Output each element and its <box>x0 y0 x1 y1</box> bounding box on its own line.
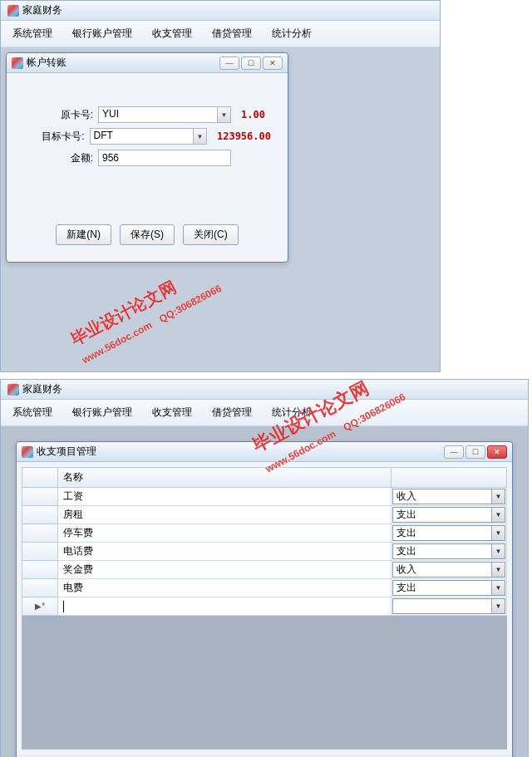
row-header <box>22 543 58 561</box>
cell-name[interactable]: 工资 <box>58 488 392 506</box>
app2-title: 家庭财务 <box>22 382 62 396</box>
menu-loan[interactable]: 借贷管理 <box>202 403 262 422</box>
label-source-card: 原卡号: <box>23 108 98 122</box>
menu-loan[interactable]: 借贷管理 <box>202 24 262 43</box>
maximize-button[interactable]: ☐ <box>466 445 485 459</box>
minimize-button[interactable]: — <box>219 57 239 70</box>
window-controls: — ☐ ✕ <box>444 445 507 459</box>
chevron-down-icon: ▼ <box>193 129 206 144</box>
chevron-down-icon: ▼ <box>491 563 505 577</box>
row-header <box>22 524 58 543</box>
menu-income[interactable]: 收支管理 <box>142 24 202 43</box>
transfer-buttons: 新建(N) 保存(S) 关闭(C) <box>23 224 271 245</box>
row-header <box>22 488 58 506</box>
close-button[interactable]: ✕ <box>487 445 507 459</box>
chevron-down-icon: ▼ <box>491 581 505 595</box>
app-icon <box>7 384 19 396</box>
cell-name-new[interactable] <box>58 597 392 616</box>
transfer-titlebar: 帐户转账 — ☐ ✕ <box>7 53 288 73</box>
app1-menubar: 系统管理 银行账户管理 收支管理 借贷管理 统计分析 <box>1 21 440 47</box>
table-row[interactable]: 停车费支出▼ <box>22 524 507 543</box>
chevron-down-icon: ▼ <box>491 526 505 540</box>
save-button[interactable]: 保存(S) <box>120 224 175 245</box>
app1-title: 家庭财务 <box>22 3 62 17</box>
window-icon <box>22 446 33 458</box>
menu-bank[interactable]: 银行账户管理 <box>62 24 142 43</box>
app1-titlebar: 家庭财务 <box>1 1 440 21</box>
app2-menubar: 系统管理 银行账户管理 收支管理 借贷管理 统计分析 <box>1 400 528 426</box>
grid-corner <box>22 468 58 488</box>
combo-source-card[interactable]: YUI ▼ <box>98 106 231 123</box>
chevron-down-icon: ▼ <box>491 599 505 613</box>
amount-field[interactable] <box>98 150 231 166</box>
minimize-button[interactable]: — <box>444 445 464 459</box>
cell-name[interactable]: 奖金费 <box>58 561 392 579</box>
app-window-2: 家庭财务 系统管理 银行账户管理 收支管理 借贷管理 统计分析 收支项目管理 —… <box>0 379 529 757</box>
app-icon <box>7 5 19 17</box>
col-type[interactable] <box>392 468 507 488</box>
items-window: 收支项目管理 — ☐ ✕ 名称 <box>16 441 513 757</box>
chevron-down-icon: ▼ <box>491 489 505 504</box>
chevron-down-icon: ▼ <box>491 544 505 558</box>
target-balance: 123956.00 <box>217 130 271 142</box>
cell-name[interactable]: 停车费 <box>58 524 392 543</box>
window-controls: — ☐ ✕ <box>219 57 283 70</box>
items-body: 名称 工资收入▼房租支出▼停车费支出▼电话费支出▼奖金费收入▼电费支出▼▶*▼ <box>17 462 512 755</box>
app2-titlebar: 家庭财务 <box>1 380 528 400</box>
table-row[interactable]: 电话费支出▼ <box>22 543 507 561</box>
cell-type[interactable]: 支出▼ <box>392 579 507 597</box>
transfer-form: 原卡号: YUI ▼ 1.00 目标卡号: DFT ▼ 123956.00 <box>7 73 288 262</box>
close-button[interactable]: 关闭(C) <box>183 224 239 245</box>
menu-system[interactable]: 系统管理 <box>2 403 62 422</box>
cell-type[interactable]: 支出▼ <box>392 506 507 524</box>
cell-name[interactable]: 电话费 <box>58 543 392 561</box>
transfer-title: 帐户转账 <box>27 56 66 70</box>
combo-target-card[interactable]: DFT ▼ <box>90 128 207 145</box>
items-titlebar: 收支项目管理 — ☐ ✕ <box>17 442 512 462</box>
maximize-button[interactable]: ☐ <box>241 57 261 70</box>
row-source-card: 原卡号: YUI ▼ 1.00 <box>23 106 271 123</box>
cell-type[interactable]: 支出▼ <box>392 543 507 561</box>
menu-income[interactable]: 收支管理 <box>142 403 202 422</box>
label-target-card: 目标卡号: <box>23 130 90 144</box>
chevron-down-icon: ▼ <box>491 508 505 522</box>
app2-mdi-area: 收支项目管理 — ☐ ✕ 名称 <box>1 426 528 757</box>
app-window-1: 家庭财务 系统管理 银行账户管理 收支管理 借贷管理 统计分析 帐户转账 — ☐… <box>0 0 441 372</box>
transfer-window: 帐户转账 — ☐ ✕ 原卡号: YUI ▼ 1.00 <box>6 52 288 263</box>
label-amount: 金额: <box>23 151 98 165</box>
combo-target-card-value: DFT <box>94 130 113 141</box>
menu-bank[interactable]: 银行账户管理 <box>62 403 142 422</box>
table-row-new[interactable]: ▶*▼ <box>22 597 507 616</box>
cell-type-new[interactable]: ▼ <box>392 597 507 616</box>
table-row[interactable]: 工资收入▼ <box>22 488 507 506</box>
menu-system[interactable]: 系统管理 <box>2 24 62 43</box>
cell-type[interactable]: 收入▼ <box>392 561 507 579</box>
new-button[interactable]: 新建(N) <box>56 224 111 245</box>
cell-name[interactable]: 电费 <box>58 579 392 597</box>
col-name[interactable]: 名称 <box>58 468 392 488</box>
items-grid-area: 名称 工资收入▼房租支出▼停车费支出▼电话费支出▼奖金费收入▼电费支出▼▶*▼ <box>22 467 507 750</box>
table-row[interactable]: 房租支出▼ <box>22 506 507 524</box>
row-amount: 金额: <box>23 150 271 166</box>
row-target-card: 目标卡号: DFT ▼ 123956.00 <box>23 128 271 145</box>
row-header <box>22 561 58 579</box>
cell-name[interactable]: 房租 <box>58 506 392 524</box>
menu-stats[interactable]: 统计分析 <box>262 24 322 43</box>
chevron-down-icon: ▼ <box>217 107 230 122</box>
items-title: 收支项目管理 <box>37 445 96 459</box>
cell-type[interactable]: 收入▼ <box>392 488 507 506</box>
row-header-new: ▶* <box>22 597 58 616</box>
row-header <box>22 506 58 524</box>
cell-type[interactable]: 支出▼ <box>392 524 507 543</box>
items-grid[interactable]: 名称 工资收入▼房租支出▼停车费支出▼电话费支出▼奖金费收入▼电费支出▼▶*▼ <box>22 467 507 616</box>
table-row[interactable]: 电费支出▼ <box>22 579 507 597</box>
table-row[interactable]: 奖金费收入▼ <box>22 561 507 579</box>
close-button[interactable]: ✕ <box>263 57 283 70</box>
combo-source-card-value: YUI <box>102 108 119 120</box>
menu-stats[interactable]: 统计分析 <box>262 403 322 422</box>
source-balance: 1.00 <box>241 109 265 120</box>
row-header <box>22 579 58 597</box>
app1-mdi-area: 帐户转账 — ☐ ✕ 原卡号: YUI ▼ 1.00 <box>1 47 440 371</box>
window-icon <box>12 57 23 69</box>
